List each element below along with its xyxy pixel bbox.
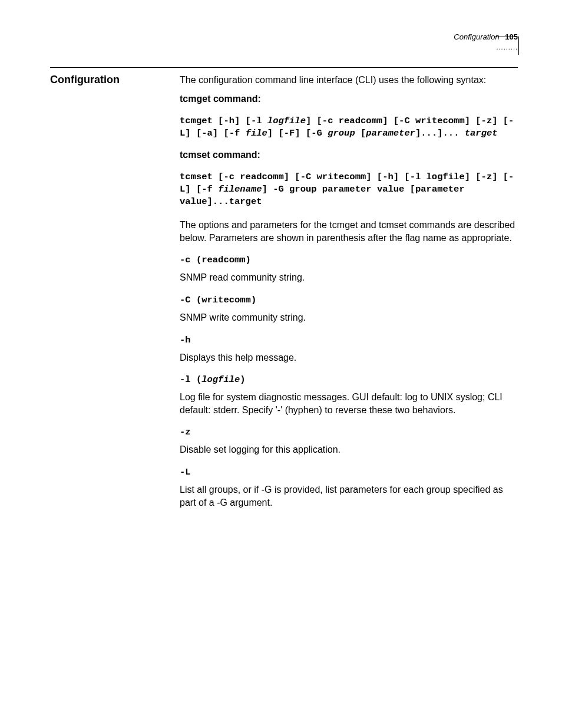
tcmget-syntax: tcmget [-h] [-l logfile] [-c readcomm] [… [180, 115, 518, 140]
tcmget-file: file [246, 128, 267, 139]
desc-C: SNMP write community string. [180, 311, 518, 324]
flag-z: -z [180, 427, 518, 437]
tcmget-label: tcmget command: [180, 94, 518, 104]
flag-h: -h [180, 335, 518, 345]
desc-z: Disable set logging for this application… [180, 443, 518, 456]
page: Configuration 105 ......... Configuratio… [0, 0, 562, 551]
options-intro: The options and parameters for the tcmge… [180, 219, 518, 244]
right-column: The configuration command line interface… [180, 74, 518, 516]
header-dots: ......... [50, 44, 518, 51]
tcmget-syntax-mid3: [ [355, 128, 366, 139]
tcmget-syntax-mid4: ]...]... [415, 128, 465, 139]
flag-L: -L [180, 467, 518, 477]
tcmget-syntax-mid2: ] [-F] [-G [267, 128, 328, 139]
flag-l: -l (logfile) [180, 374, 518, 385]
tcmget-target: target [465, 128, 498, 139]
tcmset-label: tcmset command: [180, 150, 518, 160]
running-head: Configuration 105 [50, 32, 518, 41]
desc-c: SNMP read community string. [180, 271, 518, 284]
flag-l-post: ) [240, 374, 245, 385]
tcmset-filename: filename [218, 184, 262, 195]
flag-l-arg: logfile [201, 374, 240, 385]
desc-L: List all groups, or if -G is provided, l… [180, 483, 518, 509]
intro-text: The configuration command line interface… [180, 74, 518, 87]
flag-c: -c (readcomm) [180, 255, 518, 265]
tcmset-syntax: tcmset [-c readcomm] [-C writecomm] [-h]… [180, 171, 518, 208]
content-columns: Configuration The configuration command … [50, 74, 518, 516]
desc-h: Displays this help message. [180, 351, 518, 364]
tcmget-logfile: logfile [267, 116, 306, 126]
desc-l: Log file for system diagnostic messages.… [180, 391, 518, 416]
tcmget-parameter: parameter [366, 128, 415, 139]
tcmget-group: group [328, 128, 355, 139]
flag-l-pre: -l ( [180, 374, 201, 385]
left-column: Configuration [50, 74, 180, 516]
section-title: Configuration [50, 74, 168, 86]
flag-C: -C (writecomm) [180, 295, 518, 305]
tcmget-syntax-pre: tcmget [-h] [-l [180, 116, 267, 126]
section-rule [50, 67, 518, 68]
